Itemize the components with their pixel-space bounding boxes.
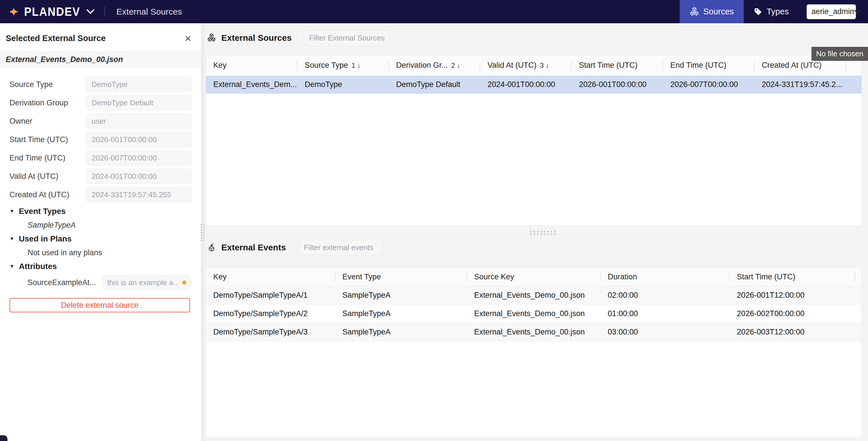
cell-derivation-group: DemoType Default xyxy=(389,76,480,93)
event-row[interactable]: DemoType/SampleTypeA/3 SampleTypeA Exter… xyxy=(206,323,861,342)
logo-star-icon xyxy=(9,7,19,17)
panel-resize-handle-horizontal[interactable] xyxy=(206,226,862,239)
field-owner: Owner xyxy=(0,112,201,130)
field-created-at: Created At (UTC) xyxy=(0,185,201,204)
cell-key: DemoType/SampleTypeA/2 xyxy=(206,305,335,323)
field-label: Source Type xyxy=(0,80,53,89)
column-header-valid-at[interactable]: Valid At (UTC)3 ↓ xyxy=(480,55,571,76)
field-label: Start Time (UTC) xyxy=(0,135,68,144)
navbar-divider xyxy=(104,7,105,17)
tab-types[interactable]: Types xyxy=(744,0,799,23)
source-type-input[interactable] xyxy=(86,77,192,92)
event-row[interactable]: DemoType/SampleTypeA/2 SampleTypeA Exter… xyxy=(206,305,861,323)
select-chevron-icon xyxy=(854,10,861,14)
column-header-event-type[interactable]: Event Type xyxy=(335,268,467,286)
tab-sources[interactable]: Sources xyxy=(680,0,743,23)
app-logo[interactable]: PLANDEV xyxy=(24,5,81,18)
external-events-table: Key Event Type Source Key Duration Start… xyxy=(206,268,862,438)
section-attributes[interactable]: ▼ Attributes xyxy=(0,260,201,273)
section-title: Event Types xyxy=(19,207,66,216)
cell-duration: 02:00:00 xyxy=(600,286,730,304)
field-valid-at: Valid At (UTC) xyxy=(0,167,201,185)
event-row[interactable]: DemoType/SampleTypeA/1 SampleTypeA Exter… xyxy=(206,286,861,305)
owner-input[interactable] xyxy=(86,114,192,129)
external-sources-icon xyxy=(207,33,216,42)
column-header-duration[interactable]: Duration xyxy=(600,268,730,286)
sources-section-title: External Sources xyxy=(221,33,291,43)
collapse-caret-icon: ▼ xyxy=(9,236,14,242)
user-role-value: aerie_admin xyxy=(811,7,854,16)
created-at-input[interactable] xyxy=(86,187,192,202)
cell-key: External_Events_Dem... xyxy=(206,76,298,93)
filter-external-sources-input[interactable] xyxy=(304,30,390,46)
page-title: External Sources xyxy=(117,7,182,17)
field-label: Created At (UTC) xyxy=(0,190,69,199)
cell-source-type: DemoType xyxy=(298,76,389,93)
cell-key: DemoType/SampleTypeA/1 xyxy=(206,286,335,304)
events-section-title: External Events xyxy=(221,243,286,253)
column-header-source-key[interactable]: Source Key xyxy=(467,268,601,286)
field-label: Derivation Group xyxy=(0,98,68,107)
filter-external-events-input[interactable] xyxy=(299,240,383,255)
logo-menu-chevron-icon[interactable] xyxy=(87,9,94,14)
field-label: Owner xyxy=(0,117,32,126)
cell-start-time: 2026-001T12:00:00 xyxy=(730,286,856,304)
collapse-caret-icon: ▼ xyxy=(9,264,14,269)
tab-sources-label: Sources xyxy=(703,7,734,17)
cell-event-type: SampleTypeA xyxy=(335,305,467,323)
section-event-types[interactable]: ▼ Event Types xyxy=(0,204,201,218)
cubes-icon xyxy=(689,7,699,17)
source-row-selected[interactable]: External_Events_Dem... DemoType DemoType… xyxy=(206,76,861,94)
cell-source-key: External_Events_Demo_00.json xyxy=(467,286,601,304)
sources-table-header: Key Source Type1 ↓ Derivation Gr...2 ↓ V… xyxy=(206,55,861,76)
cell-end-time: 2026-007T00:00:00 xyxy=(663,76,754,93)
column-header-key[interactable]: Key xyxy=(206,55,298,76)
column-header-derivation-group[interactable]: Derivation Gr...2 ↓ xyxy=(389,55,480,76)
external-sources-table: Key Source Type1 ↓ Derivation Gr...2 ↓ V… xyxy=(206,55,862,226)
field-start-time: Start Time (UTC) xyxy=(0,130,201,149)
attribute-name: SourceExampleAt... xyxy=(28,278,96,287)
selected-source-panel: Selected External Source × External_Even… xyxy=(0,23,201,441)
field-derivation-group: Derivation Group xyxy=(0,94,201,112)
column-header-start-time[interactable]: Start Time (UTC) xyxy=(572,55,663,76)
event-type-item: SampleTypeA xyxy=(0,218,201,232)
column-header-source-type[interactable]: Source Type1 ↓ xyxy=(298,55,389,76)
start-time-input[interactable] xyxy=(86,132,192,147)
user-role-select[interactable]: aerie_admin xyxy=(807,4,856,19)
column-header-end-time[interactable]: End Time (UTC) xyxy=(663,55,754,76)
drag-dots-icon xyxy=(201,224,205,241)
events-table-header: Key Event Type Source Key Duration Start… xyxy=(206,268,861,286)
cell-created-at: 2024-331T19:57:45.2... xyxy=(755,76,846,93)
drag-dots-icon xyxy=(530,231,556,235)
cell-start-time: 2026-001T00:00:00 xyxy=(572,76,663,93)
cell-duration: 03:00:00 xyxy=(600,323,730,341)
collapse-caret-icon: ▼ xyxy=(9,208,14,214)
file-chooser-tooltip: No file chosen xyxy=(811,47,868,61)
cell-duration: 01:00:00 xyxy=(600,305,730,323)
delete-external-source-button[interactable]: Delete external source xyxy=(9,298,190,312)
external-events-icon xyxy=(207,243,216,252)
field-end-time: End Time (UTC) xyxy=(0,149,201,167)
field-source-type: Source Type xyxy=(0,75,201,94)
field-label: End Time (UTC) xyxy=(0,154,65,163)
cell-start-time: 2026-002T00:00:00 xyxy=(730,305,856,323)
cell-source-key: External_Events_Demo_00.json xyxy=(467,305,601,323)
top-navbar: PLANDEV External Sources Sources Types a… xyxy=(0,0,868,23)
section-used-in-plans[interactable]: ▼ Used in Plans xyxy=(0,232,201,246)
close-icon[interactable]: × xyxy=(185,36,191,41)
end-time-input[interactable] xyxy=(86,150,192,165)
used-in-plans-empty: Not used in any plans xyxy=(0,246,201,260)
panel-title: Selected External Source xyxy=(6,34,105,43)
panel-resize-handle-vertical[interactable] xyxy=(201,23,205,441)
field-label: Valid At (UTC) xyxy=(0,172,59,181)
valid-at-input[interactable] xyxy=(86,169,192,184)
cell-event-type: SampleTypeA xyxy=(335,286,467,304)
column-header-start-time[interactable]: Start Time (UTC) xyxy=(730,268,856,286)
attribute-value-input[interactable] xyxy=(102,275,191,290)
section-title: Used in Plans xyxy=(19,234,72,243)
main-content: No file chosen External Sources Key Sour… xyxy=(205,23,868,441)
derivation-group-input[interactable] xyxy=(86,95,192,110)
cell-event-type: SampleTypeA xyxy=(335,323,467,341)
column-header-key[interactable]: Key xyxy=(206,268,335,286)
cell-key: DemoType/SampleTypeA/3 xyxy=(206,323,335,341)
